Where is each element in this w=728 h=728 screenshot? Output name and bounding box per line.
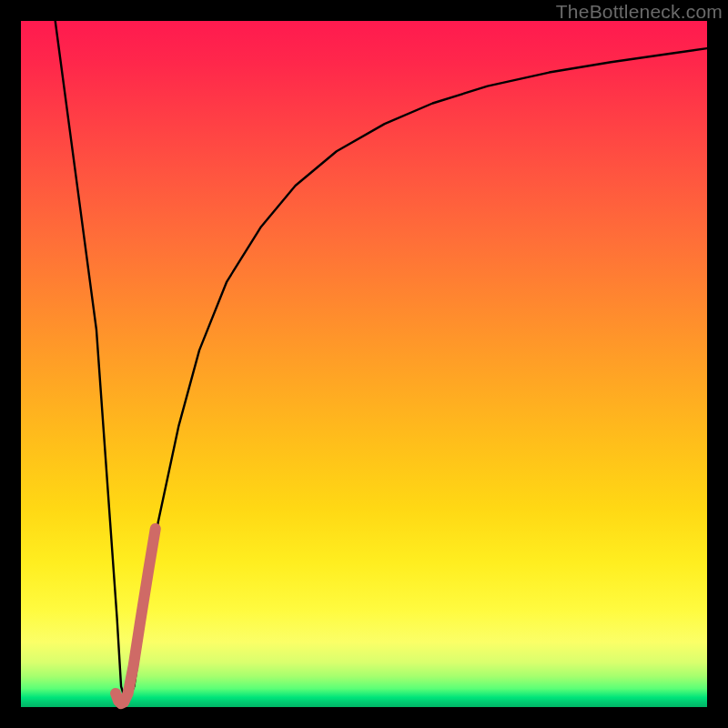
chart-svg (21, 21, 707, 707)
chart-frame: TheBottleneck.com (0, 0, 728, 728)
plot-area (21, 21, 707, 707)
watermark-text: TheBottleneck.com (556, 1, 723, 23)
bottleneck-curve (56, 21, 707, 703)
